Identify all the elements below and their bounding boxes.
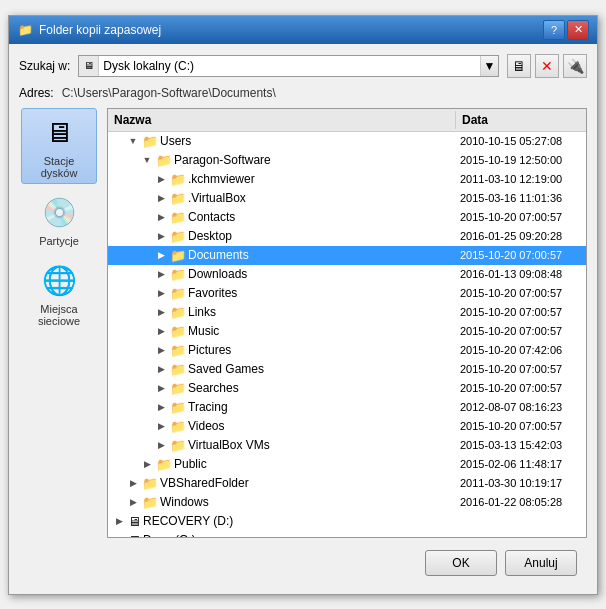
sieciowe-label: Miejsca sieciowe [24,303,94,327]
ok-button[interactable]: OK [425,550,497,576]
folder-icon-downloads: 📁 [170,267,186,282]
expand-btn-searches[interactable]: ▶ [154,381,168,395]
folder-icon-kchmviewer: 📁 [170,172,186,187]
folder-name-recovery: RECOVERY (D:) [143,514,233,528]
expand-btn-favorites[interactable]: ▶ [154,286,168,300]
expand-btn-public[interactable]: ▶ [140,457,154,471]
tree-row-dane[interactable]: ▶🖥Dane (G:) [108,531,586,537]
title-bar-left: 📁 Folder kopii zapasowej [17,22,161,38]
cancel-button[interactable]: Anuluj [505,550,577,576]
address-path: C:\Users\Paragon-Software\Documents\ [62,86,587,100]
expand-btn-vbshared[interactable]: ▶ [126,476,140,490]
search-row: Szukaj w: 🖥 Dysk lokalny (C:) ▼ 🖥 ✕ 🔌 [19,54,587,78]
file-date-searches: 2015-10-20 07:00:57 [456,381,586,395]
drive-icon: 🖥 [79,56,99,76]
file-date-users: 2010-10-15 05:27:08 [456,134,586,148]
folder-icon-vbshared: 📁 [142,476,158,491]
expand-btn-recovery[interactable]: ▶ [112,514,126,528]
address-row: Adres: C:\Users\Paragon-Software\Documen… [19,86,587,100]
add-drive-button[interactable]: 🖥 [507,54,531,78]
dialog-title: Folder kopii zapasowej [39,23,161,37]
nav-item-sieciowe[interactable]: 🌐 Miejsca sieciowe [21,256,97,332]
folder-icon-vboxvms: 📁 [170,438,186,453]
tree-row-links[interactable]: ▶📁Links2015-10-20 07:00:57 [108,303,586,322]
expand-btn-links[interactable]: ▶ [154,305,168,319]
folder-name-dane: Dane (G:) [143,533,196,537]
sieciowe-icon: 🌐 [39,261,79,301]
expand-btn-savedgames[interactable]: ▶ [154,362,168,376]
folder-icon-users: 📁 [142,134,158,149]
help-button[interactable]: ? [543,20,565,40]
folder-icon-windows: 📁 [142,495,158,510]
expand-btn-vboxvms[interactable]: ▶ [154,438,168,452]
file-date-savedgames: 2015-10-20 07:00:57 [456,362,586,376]
close-button[interactable]: ✕ [567,20,589,40]
tree-row-vbshared[interactable]: ▶📁VBSharedFolder2011-03-30 10:19:17 [108,474,586,493]
expand-btn-downloads[interactable]: ▶ [154,267,168,281]
folder-icon-searches: 📁 [170,381,186,396]
folder-name-pictures: Pictures [188,343,231,357]
expand-btn-windows[interactable]: ▶ [126,495,140,509]
file-date-kchmviewer: 2011-03-10 12:19:00 [456,172,586,186]
tree-row-documents[interactable]: ▶📁Documents2015-10-20 07:00:57 [108,246,586,265]
folder-name-users: Users [160,134,191,148]
expand-btn-videos[interactable]: ▶ [154,419,168,433]
tree-row-contacts[interactable]: ▶📁Contacts2015-10-20 07:00:57 [108,208,586,227]
file-table-body[interactable]: ▼📁Users2010-10-15 05:27:08▼📁Paragon-Soft… [108,132,586,537]
expand-btn-kchmviewer[interactable]: ▶ [154,172,168,186]
stacje-label: Stacje dysków [24,155,94,179]
folder-name-windows: Windows [160,495,209,509]
bottom-row: OK Anuluj [19,542,587,584]
tree-row-tracing[interactable]: ▶📁Tracing2012-08-07 08:16:23 [108,398,586,417]
tree-row-virtualbox[interactable]: ▶📁.VirtualBox2015-03-16 11:01:36 [108,189,586,208]
expand-btn-paragon[interactable]: ▼ [140,153,154,167]
expand-btn-users[interactable]: ▼ [126,134,140,148]
main-area: 🖥 Stacje dysków 💿 Partycje 🌐 Miejsca sie… [19,108,587,538]
drive-text: Dysk lokalny (C:) [99,59,480,73]
tree-row-windows[interactable]: ▶📁Windows2016-01-22 08:05:28 [108,493,586,512]
search-combo[interactable]: 🖥 Dysk lokalny (C:) ▼ [78,55,499,77]
tree-row-searches[interactable]: ▶📁Searches2015-10-20 07:00:57 [108,379,586,398]
tree-row-desktop[interactable]: ▶📁Desktop2016-01-25 09:20:28 [108,227,586,246]
file-date-videos: 2015-10-20 07:00:57 [456,419,586,433]
nav-item-partycje[interactable]: 💿 Partycje [21,188,97,252]
expand-btn-documents[interactable]: ▶ [154,248,168,262]
file-date-paragon: 2015-10-19 12:50:00 [456,153,586,167]
tree-row-paragon[interactable]: ▼📁Paragon-Software2015-10-19 12:50:00 [108,151,586,170]
expand-btn-desktop[interactable]: ▶ [154,229,168,243]
folder-name-vboxvms: VirtualBox VMs [188,438,270,452]
remove-button[interactable]: ✕ [535,54,559,78]
folder-icon-paragon: 📁 [156,153,172,168]
folder-name-favorites: Favorites [188,286,237,300]
folder-icon-dane: 🖥 [128,533,141,537]
file-date-downloads: 2016-01-13 09:08:48 [456,267,586,281]
tree-row-music[interactable]: ▶📁Music2015-10-20 07:00:57 [108,322,586,341]
props-button[interactable]: 🔌 [563,54,587,78]
expand-btn-virtualbox[interactable]: ▶ [154,191,168,205]
tree-row-pictures[interactable]: ▶📁Pictures2015-10-20 07:42:06 [108,341,586,360]
expand-btn-tracing[interactable]: ▶ [154,400,168,414]
tree-row-recovery[interactable]: ▶🖥RECOVERY (D:) [108,512,586,531]
tree-row-savedgames[interactable]: ▶📁Saved Games2015-10-20 07:00:57 [108,360,586,379]
expand-btn-music[interactable]: ▶ [154,324,168,338]
folder-icon-contacts: 📁 [170,210,186,225]
tree-row-kchmviewer[interactable]: ▶📁.kchmviewer2011-03-10 12:19:00 [108,170,586,189]
combo-arrow[interactable]: ▼ [480,56,498,76]
tree-row-favorites[interactable]: ▶📁Favorites2015-10-20 07:00:57 [108,284,586,303]
tree-row-public[interactable]: ▶📁Public2015-02-06 11:48:17 [108,455,586,474]
folder-icon-pictures: 📁 [170,343,186,358]
expand-btn-pictures[interactable]: ▶ [154,343,168,357]
folder-name-kchmviewer: .kchmviewer [188,172,255,186]
nav-item-stacje[interactable]: 🖥 Stacje dysków [21,108,97,184]
folder-name-music: Music [188,324,219,338]
expand-btn-dane[interactable]: ▶ [112,533,126,537]
tree-row-vboxvms[interactable]: ▶📁VirtualBox VMs2015-03-13 15:42:03 [108,436,586,455]
folder-icon-desktop: 📁 [170,229,186,244]
file-date-pictures: 2015-10-20 07:42:06 [456,343,586,357]
tree-row-users[interactable]: ▼📁Users2010-10-15 05:27:08 [108,132,586,151]
expand-btn-contacts[interactable]: ▶ [154,210,168,224]
folder-name-contacts: Contacts [188,210,235,224]
tree-row-downloads[interactable]: ▶📁Downloads2016-01-13 09:08:48 [108,265,586,284]
folder-icon-recovery: 🖥 [128,514,141,529]
tree-row-videos[interactable]: ▶📁Videos2015-10-20 07:00:57 [108,417,586,436]
